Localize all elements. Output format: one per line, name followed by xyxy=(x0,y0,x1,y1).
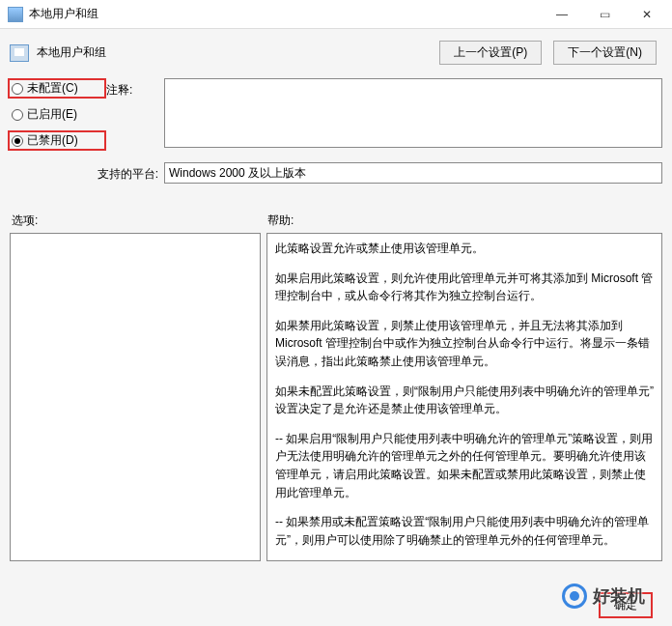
help-para: 如果启用此策略设置，则允许使用此管理单元并可将其添加到 Microsoft 管理… xyxy=(275,270,654,305)
help-para: 此策略设置允许或禁止使用该管理单元。 xyxy=(275,240,654,258)
options-panel[interactable] xyxy=(10,233,261,561)
footer: 确定 xyxy=(599,592,653,618)
window-title: 本地用户和组 xyxy=(29,6,98,22)
maximize-button[interactable]: ▭ xyxy=(583,1,626,28)
help-para: -- 如果启用“限制用户只能使用列表中明确允许的管理单元”策略设置，则用户无法使… xyxy=(275,430,654,501)
radio-icon xyxy=(12,109,23,121)
help-panel: 此策略设置允许或禁止使用该管理单元。 如果启用此策略设置，则允许使用此管理单元并… xyxy=(266,233,662,561)
radio-not-configured[interactable]: 未配置(C) xyxy=(8,78,106,99)
page-title: 本地用户和组 xyxy=(37,44,106,61)
panels: 此策略设置允许或禁止使用该管理单元。 如果启用此策略设置，则允许使用此管理单元并… xyxy=(10,233,662,561)
radio-disabled[interactable]: 已禁用(D) xyxy=(8,130,106,151)
watermark-logo-icon xyxy=(562,583,587,609)
help-para: 如果未配置此策略设置，则“限制用户只能使用列表中明确允许的管理单元”设置决定了是… xyxy=(275,383,654,418)
platform-label: 支持的平台: xyxy=(10,164,164,183)
help-para: -- 如果禁用或未配置策略设置“限制用户只能使用列表中明确允许的管理单元”，则用… xyxy=(275,513,654,549)
ok-button[interactable]: 确定 xyxy=(599,592,653,618)
radio-label: 已启用(E) xyxy=(27,106,77,123)
panel-labels: 选项: 帮助: xyxy=(10,213,662,229)
platform-value[interactable]: Windows 2000 及以上版本 xyxy=(164,162,662,184)
titlebar: 本地用户和组 — ▭ ✕ xyxy=(0,0,672,29)
close-button[interactable]: ✕ xyxy=(626,1,668,28)
radio-icon xyxy=(12,83,23,95)
next-setting-button[interactable]: 下一个设置(N) xyxy=(553,41,657,65)
radio-icon xyxy=(12,135,23,147)
help-label: 帮助: xyxy=(267,213,294,229)
options-label: 选项: xyxy=(12,213,267,229)
header-row: 本地用户和组 上一个设置(P) 下一个设置(N) xyxy=(10,35,662,74)
prev-setting-button[interactable]: 上一个设置(P) xyxy=(439,41,542,65)
radio-label: 未配置(C) xyxy=(27,80,78,97)
config-row: 未配置(C) 已启用(E) 已禁用(D) 注释: xyxy=(10,78,662,155)
dialog-content: 本地用户和组 上一个设置(P) 下一个设置(N) 未配置(C) 已启用(E) 已… xyxy=(0,29,672,626)
comment-label: 注释: xyxy=(106,78,164,155)
app-icon xyxy=(8,7,23,22)
platform-row: 支持的平台: Windows 2000 及以上版本 xyxy=(10,162,662,184)
help-para: 如果禁用此策略设置，则禁止使用该管理单元，并且无法将其添加到 Microsoft… xyxy=(275,317,654,371)
minimize-button[interactable]: — xyxy=(541,1,583,28)
policy-icon xyxy=(10,44,29,62)
radio-group: 未配置(C) 已启用(E) 已禁用(D) xyxy=(10,78,106,155)
radio-label: 已禁用(D) xyxy=(27,132,78,149)
radio-enabled[interactable]: 已启用(E) xyxy=(10,102,106,127)
help-text-scroll[interactable]: 此策略设置允许或禁止使用该管理单元。 如果启用此策略设置，则允许使用此管理单元并… xyxy=(267,234,661,560)
comment-input[interactable] xyxy=(164,78,662,148)
